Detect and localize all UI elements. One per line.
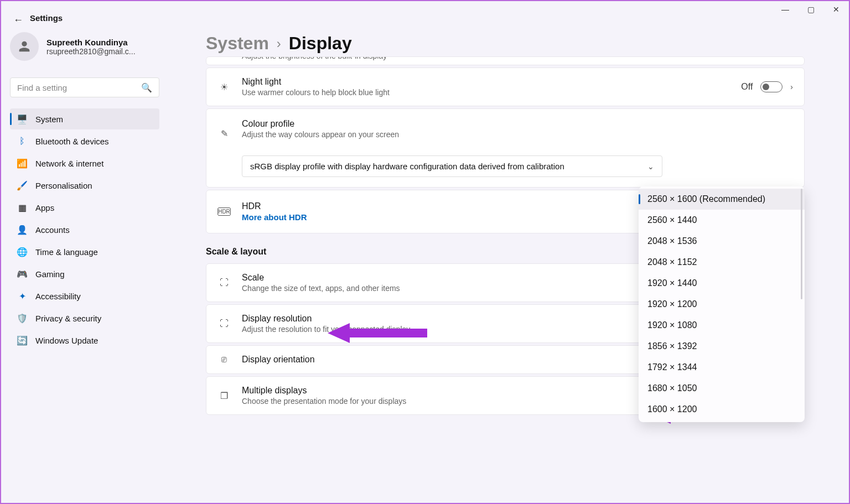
breadcrumb-current: Display [289, 33, 352, 54]
resolution-option[interactable]: 2560 × 1600 (Recommended) [639, 189, 805, 210]
sidebar-item-gaming[interactable]: 🎮Gaming [10, 263, 159, 284]
sidebar-item-label: Bluetooth & devices [35, 137, 109, 146]
sidebar-item-label: Accounts [35, 225, 70, 235]
sidebar-item-label: Gaming [35, 269, 65, 279]
sync-icon: 🔄 [17, 335, 28, 346]
window-controls: — ▢ ✕ [773, 1, 849, 18]
sidebar-item-time[interactable]: 🌐Time & language [10, 241, 159, 262]
profile-email: rsupreeth2810@gmail.c... [46, 47, 136, 56]
chevron-right-icon: › [790, 82, 793, 91]
breadcrumb: System › Display [206, 33, 352, 54]
chevron-right-icon: › [277, 36, 281, 51]
sidebar-item-label: System [35, 115, 63, 124]
profile-name: Supreeth Koundinya [46, 38, 136, 47]
sidebar-item-label: Apps [35, 203, 54, 212]
sidebar-nav: 🖥️System ᛒBluetooth & devices 📶Network &… [10, 108, 159, 352]
wifi-icon: 📶 [17, 158, 28, 169]
hdr-icon: HDR [217, 207, 231, 216]
resolution-option[interactable]: 1856 × 1392 [639, 336, 805, 357]
sidebar-item-accessibility[interactable]: ✦Accessibility [10, 285, 159, 306]
gamepad-icon: 🎮 [17, 268, 28, 279]
sidebar-item-label: Windows Update [35, 336, 98, 345]
scrollbar[interactable] [801, 189, 802, 299]
app-title: Settings [30, 13, 63, 23]
resolution-icon: ⛶ [217, 319, 231, 329]
sidebar-item-accounts[interactable]: 👤Accounts [10, 219, 159, 240]
search-input[interactable]: Find a setting 🔍 [10, 77, 159, 97]
card-title: Night light [242, 77, 730, 87]
resolution-option[interactable]: 1920 × 1200 [639, 294, 805, 315]
sidebar-item-label: Time & language [35, 247, 98, 257]
sidebar-item-label: Privacy & security [35, 314, 101, 323]
resolution-option[interactable]: 1920 × 1080 [639, 315, 805, 336]
sidebar-item-personalisation[interactable]: 🖌️Personalisation [10, 175, 159, 196]
toggle-label: Off [741, 82, 753, 92]
breadcrumb-parent[interactable]: System [206, 33, 269, 54]
back-button[interactable]: ← [13, 14, 23, 26]
resolution-option[interactable]: 2560 × 1440 [639, 210, 805, 231]
resolution-option[interactable]: 1920 × 1440 [639, 273, 805, 294]
bluetooth-icon: ᛒ [17, 136, 28, 147]
person-icon: 👤 [17, 224, 28, 235]
search-icon: 🔍 [141, 82, 152, 93]
resolution-dropdown-menu: 2560 × 1600 (Recommended) 2560 × 1440 20… [639, 186, 805, 422]
sidebar-item-network[interactable]: 📶Network & internet [10, 153, 159, 174]
multiple-displays-icon: ❐ [217, 391, 231, 401]
resolution-option[interactable]: 1600 × 1200 [639, 399, 805, 420]
scale-icon: ⛶ [217, 278, 231, 288]
orientation-icon: ⎚ [217, 355, 231, 365]
resolution-option[interactable]: 2048 × 1152 [639, 252, 805, 273]
colour-profile-card[interactable]: ✎ Colour profile Adjust the way colours … [206, 108, 805, 188]
resolution-option[interactable]: 1680 × 1050 [639, 378, 805, 399]
card-title: Colour profile [242, 119, 793, 129]
shield-icon: 🛡️ [17, 313, 28, 324]
sidebar-item-label: Accessibility [35, 292, 81, 301]
sidebar-item-label: Network & internet [35, 159, 103, 168]
profile-block[interactable]: Supreeth Koundinya rsupreeth2810@gmail.c… [10, 32, 136, 61]
card-subtitle: Use warmer colours to help block blue li… [242, 88, 730, 97]
accessibility-icon: ✦ [17, 290, 28, 302]
night-light-toggle[interactable] [760, 81, 782, 92]
maximize-button[interactable]: ▢ [798, 1, 823, 18]
globe-icon: 🌐 [17, 246, 28, 257]
sun-icon: ☀ [217, 82, 231, 92]
card-subtitle: Adjust the way colours appear on your sc… [242, 130, 793, 139]
minimize-button[interactable]: — [773, 1, 798, 18]
search-placeholder: Find a setting [17, 83, 141, 92]
chevron-down-icon: ⌄ [647, 162, 654, 171]
avatar [10, 32, 39, 61]
display-icon: 🖥️ [17, 113, 28, 124]
sidebar-item-bluetooth[interactable]: ᛒBluetooth & devices [10, 131, 159, 152]
person-icon [17, 39, 32, 54]
resolution-option[interactable]: 1792 × 1344 [639, 357, 805, 378]
grid-icon: ▦ [17, 202, 28, 213]
dropdown-value: sRGB display profile with display hardwa… [250, 162, 564, 171]
close-button[interactable]: ✕ [823, 1, 849, 18]
card-subtitle: Adjust the brightness of the built-in di… [242, 56, 387, 60]
brush-icon: 🖌️ [17, 180, 28, 191]
brightness-card[interactable]: Adjust the brightness of the built-in di… [206, 56, 805, 65]
sidebar-item-apps[interactable]: ▦Apps [10, 197, 159, 218]
sidebar-item-privacy[interactable]: 🛡️Privacy & security [10, 308, 159, 329]
eyedropper-icon: ✎ [217, 128, 231, 139]
resolution-option[interactable]: 2048 × 1536 [639, 231, 805, 252]
sidebar-item-label: Personalisation [35, 181, 92, 190]
night-light-card[interactable]: ☀ Night light Use warmer colours to help… [206, 67, 805, 106]
sidebar-item-system[interactable]: 🖥️System [10, 108, 159, 129]
colour-profile-dropdown[interactable]: sRGB display profile with display hardwa… [242, 155, 662, 177]
sidebar-item-update[interactable]: 🔄Windows Update [10, 330, 159, 351]
